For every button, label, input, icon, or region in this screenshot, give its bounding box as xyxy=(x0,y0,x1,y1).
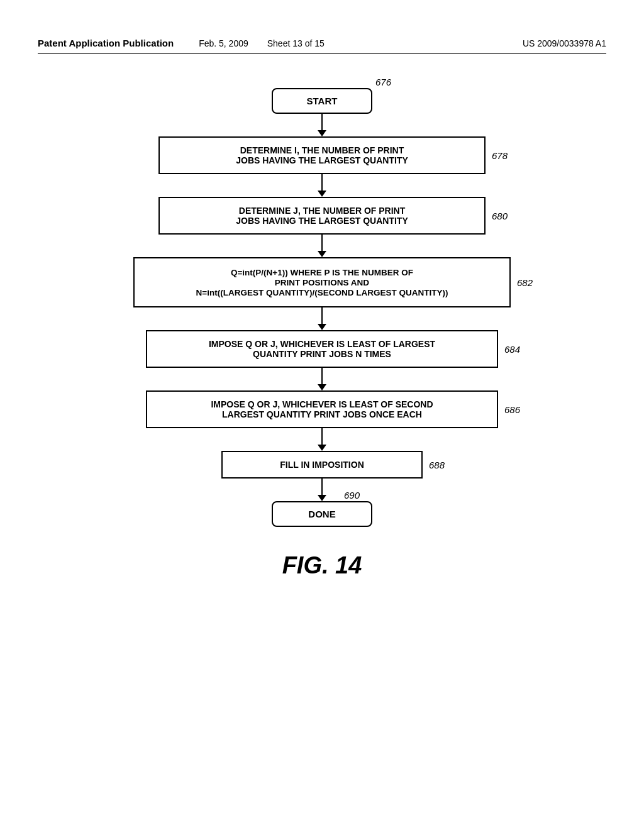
done-node: DONE xyxy=(272,501,372,527)
step680-label: DETERMINE J, THE NUMBER OF PRINT JOBS HA… xyxy=(236,206,408,226)
arrow-head xyxy=(318,130,326,136)
flowchart-diagram: START 676 DETERMINE I, THE NUMBER OF PRI… xyxy=(0,75,644,579)
arrow-line xyxy=(321,307,323,324)
publication-date: Feb. 5, 2009 xyxy=(199,38,248,48)
step688-node: FILL IN IMPOSITION xyxy=(221,451,423,479)
arrow-head xyxy=(318,191,326,197)
flowchart: START 676 DETERMINE I, THE NUMBER OF PRI… xyxy=(133,88,511,579)
step680-ref: 680 xyxy=(492,211,508,221)
arrow-1 xyxy=(318,114,326,136)
arrow-line xyxy=(321,114,323,130)
step678-node: DETERMINE I, THE NUMBER OF PRINT JOBS HA… xyxy=(158,136,486,174)
step686-row: IMPOSE Q OR J, WHICHEVER IS LEAST OF SEC… xyxy=(146,390,498,428)
step684-ref: 684 xyxy=(504,344,520,355)
page-header: Patent Application Publication Feb. 5, 2… xyxy=(38,38,606,54)
step678-line1: DETERMINE I, THE NUMBER OF PRINT JOBS HA… xyxy=(236,145,408,165)
arrow-line xyxy=(321,479,323,495)
arrow-5 xyxy=(318,368,326,390)
step680-row: DETERMINE J, THE NUMBER OF PRINT JOBS HA… xyxy=(158,197,486,235)
arrow-4 xyxy=(318,307,326,330)
start-node: START xyxy=(272,88,372,114)
step684-label: IMPOSE Q OR J, WHICHEVER IS LEAST OF LAR… xyxy=(209,339,435,359)
page: Patent Application Publication Feb. 5, 2… xyxy=(0,0,644,830)
arrow-head xyxy=(318,384,326,390)
arrow-6 xyxy=(318,428,326,451)
step678-ref: 678 xyxy=(492,150,508,161)
step682-ref: 682 xyxy=(517,277,533,288)
step684-node: IMPOSE Q OR J, WHICHEVER IS LEAST OF LAR… xyxy=(146,330,498,368)
arrow-head xyxy=(318,324,326,330)
arrow-head xyxy=(318,445,326,451)
step688-ref: 688 xyxy=(429,460,445,470)
done-ref: 690 xyxy=(344,490,360,501)
step688-label: FILL IN IMPOSITION xyxy=(280,460,364,470)
arrow-3 xyxy=(318,235,326,257)
step680-node: DETERMINE J, THE NUMBER OF PRINT JOBS HA… xyxy=(158,197,486,235)
arrow-2 xyxy=(318,174,326,197)
arrow-line xyxy=(321,235,323,251)
start-ref: 676 xyxy=(375,77,391,87)
arrow-7 xyxy=(318,479,326,501)
arrow-head xyxy=(318,251,326,257)
step678-row: DETERMINE I, THE NUMBER OF PRINT JOBS HA… xyxy=(158,136,486,174)
step686-node: IMPOSE Q OR J, WHICHEVER IS LEAST OF SEC… xyxy=(146,390,498,428)
arrow-line xyxy=(321,368,323,384)
done-node-row: DONE 690 xyxy=(272,501,372,527)
step686-ref: 686 xyxy=(504,404,520,415)
step682-row: Q=int(P/(N+1)) WHERE P IS THE NUMBER OF … xyxy=(133,257,511,307)
step682-node: Q=int(P/(N+1)) WHERE P IS THE NUMBER OF … xyxy=(133,257,511,307)
step686-label: IMPOSE Q OR J, WHICHEVER IS LEAST OF SEC… xyxy=(211,399,433,419)
step682-label: Q=int(P/(N+1)) WHERE P IS THE NUMBER OF … xyxy=(196,268,448,297)
step688-row: FILL IN IMPOSITION 688 xyxy=(221,451,423,479)
patent-number: US 2009/0033978 A1 xyxy=(523,38,606,48)
fig-caption: FIG. 14 xyxy=(282,552,362,579)
arrow-line xyxy=(321,174,323,191)
start-node-row: START 676 xyxy=(272,88,372,114)
publication-title: Patent Application Publication xyxy=(38,38,174,48)
arrow-line xyxy=(321,428,323,445)
step684-row: IMPOSE Q OR J, WHICHEVER IS LEAST OF LAR… xyxy=(146,330,498,368)
arrow-head xyxy=(318,495,326,501)
sheet-number: Sheet 13 of 15 xyxy=(267,38,325,48)
